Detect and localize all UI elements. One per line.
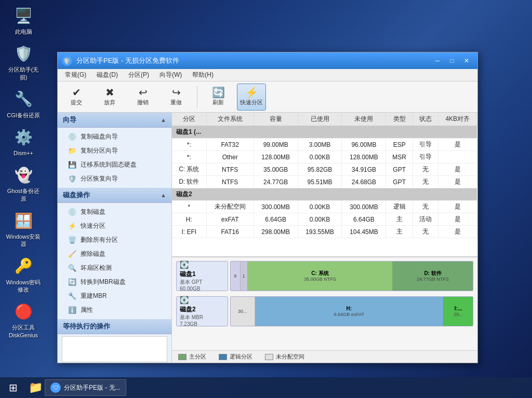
cell-capacity: 24.77GB — [254, 176, 298, 188]
menu-disk[interactable]: 磁盘(D) — [91, 70, 123, 81]
disk1-size: 60.00GB — [180, 286, 200, 292]
desktop-icon-diskgenius[interactable]: 🔴 分区工具 DiskGenius — [5, 301, 42, 339]
disk1-seg-1[interactable]: 1 — [241, 262, 248, 291]
cell-free: 96.00MB — [342, 139, 386, 151]
menu-bar: 常规(G) 磁盘(D) 分区(P) 向导(W) 帮助(H) — [58, 69, 477, 81]
undo-label: 撤销 — [137, 99, 149, 106]
sidebar-item-properties[interactable]: ℹ️ 属性 — [58, 303, 171, 317]
desktop-icon-this-pc[interactable]: 🖥️ 此电脑 — [5, 5, 42, 35]
disk2-row-0[interactable]: * 未分配空间 300.00MB 0.00KB 300.00MB 逻辑 无 是 — [172, 201, 477, 213]
cell-capacity: 298.00MB — [254, 226, 298, 238]
windows-pw-label: Windows密码修改 — [5, 279, 42, 294]
cell-free: 6.64GB — [342, 213, 386, 226]
disk1-seg-2[interactable]: C: 系统 35.00GB NTFS — [248, 262, 393, 291]
sidebar-waiting-header[interactable]: 等待执行的操作 — [58, 319, 171, 334]
disk2-info-box[interactable]: 💽 磁盘2 基本 MBR 7.23GB — [176, 296, 228, 326]
desktop-icon-cgi-backup[interactable]: 🔧 CGI备份还原 — [5, 89, 42, 119]
disk1-row-2[interactable]: C: 系统 NTFS 35.00GB 95.82GB 34.91GB GPT 无… — [172, 163, 477, 176]
desktop-icon-ghost-backup[interactable]: 👻 Ghost备份还原 — [5, 164, 42, 202]
delete-all-label: 删除所有分区 — [81, 236, 118, 244]
app-window: 🛡️ 分区助手PE版 - 无损分区免费软件 ─ □ ✕ 常规(G) 磁盘(D) … — [57, 52, 478, 363]
disk1-row-3[interactable]: D: 软件 NTFS 24.77GB 95.51MB 24.68GB GPT 无… — [172, 176, 477, 188]
sidebar-item-copy-partition[interactable]: 📁 复制分区向导 — [58, 144, 171, 158]
partition-tool-icon: 🛡️ — [13, 43, 34, 64]
toolbar-undo[interactable]: ↩ 撤销 — [128, 84, 157, 111]
disk1-row-1[interactable]: *: Other 128.00MB 0.00KB 128.00MB MSR 引导 — [172, 151, 477, 163]
cell-partition: *: — [172, 139, 206, 151]
toolbar-quick-partition[interactable]: ⚡ 快速分区 — [237, 84, 266, 111]
minimize-button[interactable]: ─ — [431, 56, 444, 66]
disk2-seg-2[interactable]: I:... 29... — [444, 297, 473, 326]
cell-status: 无 — [413, 226, 438, 238]
cell-fs: NTFS — [206, 163, 254, 176]
sidebar-item-convert-mbr[interactable]: 🔄 转换到MBR磁盘 — [58, 275, 171, 289]
wipe-disk-label: 擦除磁盘 — [81, 250, 105, 258]
disk2-row-1[interactable]: H: exFAT 6.64GB 0.00KB 6.64GB 主 活动 是 — [172, 213, 477, 226]
disk1-icon: 💽 — [180, 260, 189, 269]
sidebar-item-restore-partition[interactable]: 🛡️ 分区恢复向导 — [58, 172, 171, 186]
disk1-info-box[interactable]: 💽 磁盘1 基本 GPT 60.00GB — [176, 261, 228, 291]
start-button[interactable]: ⊞ — [3, 379, 23, 396]
cell-partition: C: 系统 — [172, 163, 206, 176]
quick-partition-icon: ⚡ — [245, 87, 258, 98]
cell-fs: FAT32 — [206, 139, 254, 151]
migrate-os-label: 迁移系统到固态硬盘 — [81, 160, 137, 169]
sidebar-disk-ops-header[interactable]: 磁盘操作 ▲ — [58, 188, 171, 203]
sidebar-item-wipe-disk[interactable]: 🧹 擦除磁盘 — [58, 247, 171, 261]
cell-fs: exFAT — [206, 213, 254, 226]
partition-table-container[interactable]: 分区 文件系统 容量 已使用 未使用 类型 状态 4KB对齐 磁盘1 — [172, 113, 477, 257]
cell-used: 95.82GB — [298, 163, 342, 176]
taskbar-explorer[interactable]: 📁 — [26, 379, 45, 396]
disk2-visual-row: 💽 磁盘2 基本 MBR 7.23GB 30... H: 6.64GB exFA… — [176, 296, 473, 327]
menu-wizard[interactable]: 向导(W) — [154, 70, 187, 81]
disk2-seg-1[interactable]: H: 6.64GB exFAT — [255, 297, 444, 326]
desktop-icon-windows-pw[interactable]: 🔑 Windows密码修改 — [5, 256, 42, 294]
col-partition: 分区 — [172, 113, 206, 126]
convert-mbr-label: 转换到MBR磁盘 — [81, 278, 126, 286]
sidebar-item-bad-sector[interactable]: 🔍 坏扇区检测 — [58, 261, 171, 275]
disk2-header-row[interactable]: 磁盘2 — [172, 188, 477, 201]
sidebar: 向导 ▲ 💿 复制磁盘向导 📁 复制分区向导 💾 — [58, 113, 172, 363]
copy-disk-label: 复制磁盘向导 — [81, 132, 118, 141]
sidebar-item-copy-disk-op[interactable]: 💿 复制磁盘 — [58, 205, 171, 219]
cell-free: 300.00MB — [342, 201, 386, 213]
sidebar-item-rebuild-mbr[interactable]: 🔧 重建MBR — [58, 289, 171, 303]
menu-partition[interactable]: 分区(P) — [123, 70, 154, 81]
disk1-seg-0[interactable]: 9 — [231, 262, 241, 291]
disk1-header-row[interactable]: 磁盘1 (... — [172, 126, 477, 139]
ghost-backup-label: Ghost备份还原 — [5, 187, 42, 202]
maximize-button[interactable]: □ — [445, 56, 459, 66]
app-icon: 🛡️ — [62, 56, 72, 66]
seg1-sub: 1 — [243, 273, 245, 279]
toolbar-redo[interactable]: ↪ 重做 — [162, 84, 191, 111]
toolbar-refresh[interactable]: 🔄 刷新 — [204, 84, 233, 111]
sidebar-item-migrate-os[interactable]: 💾 迁移系统到固态硬盘 — [58, 158, 171, 172]
toolbar-cancel[interactable]: ✖ 放弃 — [95, 84, 124, 111]
disk2-seg-0[interactable]: 30... — [231, 297, 255, 326]
rebuild-mbr-icon: 🔧 — [68, 292, 76, 300]
dism-icon: ⚙️ — [13, 127, 34, 147]
desktop-icon-partition-tool[interactable]: 🛡️ 分区助手(无损) — [5, 43, 42, 81]
cell-4k: 是 — [438, 163, 477, 176]
desktop-icon-windows-install[interactable]: 🪟 Windows安装器 — [5, 210, 42, 248]
sidebar-item-delete-all[interactable]: 🗑️ 删除所有分区 — [58, 233, 171, 247]
disk1-seg-3[interactable]: D: 软件 24.77GB NTFS — [393, 262, 473, 291]
cell-free: 34.91GB — [342, 163, 386, 176]
sidebar-item-quick-partition-op[interactable]: ⚡ 快速分区 — [58, 219, 171, 233]
sidebar-wizard-section: 向导 ▲ 💿 复制磁盘向导 📁 复制分区向导 💾 — [58, 113, 171, 188]
toolbar-submit[interactable]: ✔ 提交 — [62, 84, 91, 111]
cell-used: 95.51MB — [298, 176, 342, 188]
taskbar-app-item[interactable]: 🛡 分区助手PE版 - 无... — [45, 379, 126, 396]
disk-ops-collapse-icon: ▲ — [161, 192, 166, 198]
sidebar-waiting-section: 等待执行的操作 — [58, 319, 171, 362]
disk1-row-0[interactable]: *: FAT32 99.00MB 3.00MB 96.00MB ESP 引导 是 — [172, 139, 477, 151]
menu-help[interactable]: 帮助(H) — [187, 70, 219, 81]
desktop-icon-dism[interactable]: ⚙️ Dism++ — [5, 127, 42, 157]
disk2-row-2[interactable]: I: EFI FAT16 298.00MB 193.55MB 104.45MB … — [172, 226, 477, 238]
close-button[interactable]: ✕ — [460, 56, 473, 66]
sidebar-item-copy-disk[interactable]: 💿 复制磁盘向导 — [58, 130, 171, 144]
sidebar-disk-ops-section: 磁盘操作 ▲ 💿 复制磁盘 ⚡ 快速分区 🗑️ — [58, 188, 171, 319]
sidebar-wizard-header[interactable]: 向导 ▲ — [58, 113, 171, 128]
menu-general[interactable]: 常规(G) — [60, 70, 91, 81]
legend-primary: 主分区 — [178, 353, 206, 361]
